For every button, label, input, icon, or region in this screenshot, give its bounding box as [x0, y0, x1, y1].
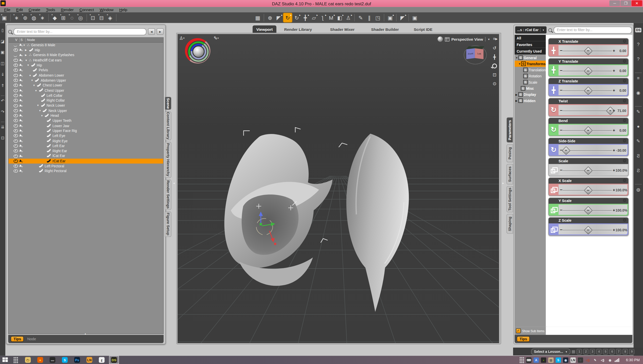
- slider-minus[interactable]: −: [560, 128, 562, 132]
- figure-pencil-icon[interactable]: ✎: [634, 109, 643, 114]
- eye-open-icon[interactable]: [14, 93, 19, 98]
- gear-icon[interactable]: ⚙: [623, 198, 627, 203]
- tree-row[interactable]: ✓▶∴Genesis 8 Male Eyelashes: [9, 53, 163, 58]
- brush-tool-icon[interactable]: ∥: [365, 13, 374, 22]
- slider-plus[interactable]: +: [613, 188, 615, 192]
- tree-row[interactable]: ✓▼Neck Lower: [9, 103, 163, 108]
- gear-icon[interactable]: ⚙: [623, 118, 627, 124]
- expander-icon[interactable]: ▼: [31, 78, 34, 83]
- maximize-button[interactable]: ❐: [621, 1, 631, 6]
- tree-row[interactable]: ✓▶Hip: [9, 48, 163, 53]
- view-cube[interactable]: Front Left: [464, 45, 487, 65]
- expander-icon[interactable]: ▶: [25, 53, 28, 58]
- selection-cursor-icon[interactable]: ✓: [20, 139, 26, 143]
- node-selection-tool-icon[interactable]: ◤▸: [274, 13, 283, 22]
- show-sub-items-checkbox[interactable]: ✓: [516, 328, 521, 333]
- task-view-button[interactable]: [11, 356, 20, 364]
- menu-edit[interactable]: Edit: [16, 7, 23, 12]
- undo-icon[interactable]: ↶: [0, 98, 5, 103]
- menu-help[interactable]: Help: [119, 7, 127, 12]
- slider-y-translate[interactable]: Y Translate⚙╋−◂•▸+0.00: [548, 58, 629, 77]
- slider-plus[interactable]: +: [613, 208, 615, 212]
- new-spotlight-icon[interactable]: +◍: [30, 13, 38, 22]
- slider-plus[interactable]: +: [613, 88, 615, 93]
- expander-icon[interactable]: ▶: [25, 48, 28, 53]
- figure-view-icon[interactable]: ♙▾: [179, 36, 185, 41]
- ball-link-icon[interactable]: ●: [634, 124, 643, 129]
- slider-plus[interactable]: +: [613, 128, 615, 133]
- tree-row[interactable]: ✓lCat Ear: [9, 153, 163, 158]
- eye-open-icon[interactable]: [14, 58, 19, 62]
- eye-open-icon[interactable]: [14, 78, 19, 83]
- lesson-page-5[interactable]: 5: [603, 349, 608, 354]
- gear-icon[interactable]: ⚙: [623, 178, 627, 183]
- param-group-favorites[interactable]: Favorites: [515, 41, 546, 48]
- eye-open-icon[interactable]: [14, 88, 19, 93]
- eye-open-icon[interactable]: [14, 113, 19, 118]
- tree-row[interactable]: ✓Lower Jaw: [9, 123, 163, 128]
- open-folder-icon[interactable]: ◪: [0, 39, 5, 43]
- selection-cursor-icon[interactable]: ✓: [20, 153, 26, 158]
- group-expander-icon[interactable]: ▶: [515, 99, 518, 102]
- tab-render-library[interactable]: Render Library: [281, 26, 316, 33]
- tab-script-ide[interactable]: Script IDE: [410, 26, 436, 33]
- tray-adobe-cc-icon[interactable]: ◌: [578, 357, 583, 362]
- taskbar-app-ln-app[interactable]: LN: [84, 356, 94, 364]
- camera-view-icon[interactable]: ▣▸: [386, 13, 395, 22]
- tab-shader-mixer[interactable]: Shader Mixer: [326, 26, 358, 33]
- view-trackball[interactable]: [185, 38, 212, 65]
- tray-pen-icon[interactable]: ✎: [592, 357, 598, 362]
- tray-overflow-dots[interactable]: [520, 357, 524, 363]
- select-next-button[interactable]: ►: [157, 28, 164, 35]
- joint-editor-icon[interactable]: ƪ▸: [318, 13, 327, 22]
- tray-keyboard-icon[interactable]: ⌨: [526, 357, 532, 362]
- tray-shield-icon[interactable]: A: [534, 357, 539, 362]
- gear-icon[interactable]: ⚙: [623, 58, 627, 64]
- eye-closed-icon[interactable]: [14, 43, 19, 48]
- selection-dropdown[interactable]: ...s : rCat Ear ▼: [515, 26, 547, 34]
- content-package-icon[interactable]: ▣: [0, 50, 5, 55]
- tray-volume-icon[interactable]: ◁): [600, 357, 605, 362]
- param-group-general[interactable]: ▼GGeneral: [515, 55, 546, 61]
- camera-pin-icon[interactable]: ✎▾: [214, 36, 219, 41]
- slider-z-scale[interactable]: Z Scale⚙−◂•▸+100.0%: [548, 217, 629, 236]
- tree-row[interactable]: ✓Left Ear: [9, 143, 163, 148]
- eye-open-icon[interactable]: [14, 139, 19, 143]
- joint-pencil-icon[interactable]: ✎: [634, 139, 643, 144]
- tree-row[interactable]: ✓▼Hip: [9, 63, 163, 68]
- slider-twist[interactable]: Twist⚙↻−◂▸+71.00: [548, 98, 629, 116]
- selection-cursor-icon[interactable]: ✓: [20, 108, 26, 113]
- lesson-page-6[interactable]: 6: [609, 349, 615, 354]
- tab-posing[interactable]: Posing: [507, 144, 513, 162]
- param-group-rotation[interactable]: GRotation: [515, 73, 546, 79]
- param-group-translation[interactable]: GTranslation: [515, 67, 546, 73]
- menu-file[interactable]: File: [4, 7, 10, 12]
- slider-minus[interactable]: −: [560, 187, 562, 192]
- view-cube-front-face[interactable]: Front: [466, 48, 475, 59]
- whats-this-icon[interactable]: ?: [634, 42, 643, 47]
- params-collapse-handle-icon[interactable]: ▲: [572, 332, 574, 335]
- collapse-handle-icon[interactable]: ▲: [84, 332, 86, 335]
- selection-cursor-icon[interactable]: ✓: [20, 73, 26, 78]
- import-icon[interactable]: ⇓: [0, 72, 5, 77]
- eye-open-icon[interactable]: [14, 83, 19, 88]
- group-expander-icon[interactable]: ▼: [515, 56, 518, 59]
- tree-row[interactable]: ✓Pelvis: [9, 68, 163, 73]
- view-cube-left-face[interactable]: Left: [475, 48, 484, 59]
- select-lesson-dropdown[interactable]: Select a Lesson... ▼: [531, 348, 570, 355]
- eye-open-icon[interactable]: [14, 103, 19, 108]
- tree-row[interactable]: ✓Right Collar: [9, 98, 163, 103]
- taskbar-app-keypad-app[interactable]: ▬: [48, 356, 57, 364]
- new-group-icon[interactable]: +◌: [68, 13, 76, 22]
- eye-open-icon[interactable]: [14, 158, 19, 163]
- taskbar-app-skype[interactable]: S: [60, 356, 70, 364]
- tree-row[interactable]: ✓▼Chest Upper: [9, 88, 163, 93]
- start-button[interactable]: [3, 357, 8, 362]
- tab-property-hierarchy[interactable]: Property Hierarchy: [165, 142, 171, 178]
- eye-open-icon[interactable]: [14, 164, 19, 168]
- param-group-display[interactable]: ▶GDisplay: [515, 92, 546, 98]
- taskbar-clock[interactable]: 6:30 PM: [626, 356, 640, 364]
- tree-row[interactable]: ✓Right Eye: [9, 139, 163, 144]
- menu-create[interactable]: Create: [29, 7, 40, 12]
- slider-y-scale[interactable]: Y Scale⚙−◂•▸+100.0%: [548, 197, 629, 216]
